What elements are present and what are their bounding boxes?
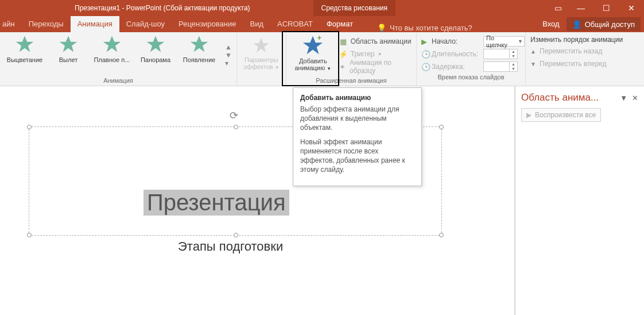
delay-label: Задержка: — [432, 63, 481, 71]
painter-icon: ✦ — [339, 63, 347, 71]
pane-dropdown-icon[interactable]: ▼ — [620, 94, 627, 102]
trigger-icon: ⚡ — [339, 50, 348, 59]
tooltip-title: Добавить анимацию — [300, 94, 414, 102]
anim-appear[interactable]: Появление — [179, 34, 219, 76]
timing-group: ▶ Начало: По щелчку ▼ 🕒 Длительность: ▲▼… — [417, 32, 526, 86]
tab-transitions[interactable]: Переходы — [22, 16, 71, 32]
delay-icon: 🕒 — [421, 63, 429, 71]
svg-marker-1 — [60, 36, 77, 52]
advanced-animation-group: + Добавитьанимацию ▼ ▦ Область анимации … — [286, 32, 417, 86]
start-label: Начало: — [432, 37, 481, 45]
trigger-button[interactable]: ⚡ Триггер ▼ — [339, 48, 412, 60]
tooltip-p2: Новый эффект анимации применяется после … — [300, 137, 414, 175]
advanced-animation-group-label: Расширенная анимация — [291, 76, 412, 86]
share-label: Общий доступ — [585, 20, 635, 29]
animation-pane-title: Область анима... — [521, 92, 599, 103]
tab-clipped[interactable]: айн — [0, 16, 22, 32]
slide-canvas[interactable]: ⟳ Презентация Этапы подготовки — [0, 86, 515, 315]
animation-group-label: Анимация — [5, 76, 232, 86]
timing-group-label: Время показа слайдов — [421, 72, 521, 82]
svg-marker-0 — [16, 36, 34, 52]
svg-marker-4 — [191, 36, 208, 52]
effect-options-group: Параметрыэффектов ▼ — [237, 32, 286, 86]
anim-floatin[interactable]: Плавное п... — [92, 34, 132, 76]
add-animation-button[interactable]: + Добавитьанимацию ▼ — [291, 34, 335, 76]
anim-split[interactable]: Панорама — [135, 34, 176, 76]
share-icon: 👤 — [572, 20, 581, 29]
star-icon — [102, 34, 122, 54]
tab-row: айн Переходы Анимация Слайд-шоу Рецензир… — [0, 16, 644, 32]
svg-text:+: + — [317, 34, 322, 42]
anim-flyin[interactable]: Вылет — [48, 34, 88, 76]
anim-fade[interactable]: Выцветание — [5, 34, 45, 76]
tooltip-p1: Выбор эффекта анимации для добавления к … — [300, 105, 414, 133]
ribbon: Выцветание Вылет Плавное п... Панорама П… — [0, 32, 644, 86]
svg-marker-3 — [147, 36, 165, 52]
window-title: Презентация1 - PowerPoint (Сбой активаци… — [75, 4, 250, 12]
tab-slideshow[interactable]: Слайд-шоу — [119, 16, 172, 32]
move-earlier-button[interactable]: ▲ Переместить назад — [530, 45, 639, 57]
add-animation-star-icon: + — [302, 34, 324, 56]
chevron-down-icon: ▼ — [518, 39, 523, 44]
close-button[interactable]: ✕ — [619, 0, 644, 16]
pane-close-icon[interactable]: ✕ — [632, 94, 638, 102]
add-animation-tooltip: Добавить анимацию Выбор эффекта анимации… — [293, 87, 422, 186]
gallery-down-icon[interactable]: ▼ — [225, 51, 232, 59]
tab-format[interactable]: Формат — [320, 16, 360, 32]
minimize-button[interactable]: — — [568, 0, 593, 16]
gallery-more-icon[interactable]: ▾ — [225, 59, 232, 67]
start-play-icon: ▶ — [421, 37, 429, 46]
reorder-group: Изменить порядок анимации ▲ Переместить … — [526, 32, 644, 86]
sign-in-link[interactable]: Вход — [536, 16, 566, 32]
start-combobox[interactable]: По щелчку ▼ — [483, 36, 525, 47]
tell-me-search[interactable]: 💡 Что вы хотите сделать? — [377, 24, 472, 32]
ribbon-options-icon[interactable]: ▭ — [548, 0, 568, 16]
triangle-up-icon: ▲ — [530, 48, 536, 55]
svg-marker-5 — [254, 38, 269, 52]
tab-review[interactable]: Рецензирование — [172, 16, 243, 32]
gallery-up-icon[interactable]: ▲ — [225, 43, 232, 51]
delay-spinner[interactable]: ▲▼ — [483, 62, 518, 72]
tell-me-placeholder: Что вы хотите сделать? — [390, 24, 472, 32]
maximize-button[interactable]: ☐ — [593, 0, 619, 16]
title-bar: Презентация1 - PowerPoint (Сбой активаци… — [0, 0, 644, 16]
star-icon — [146, 34, 165, 54]
slide-title-text[interactable]: Презентация — [143, 190, 289, 216]
rotation-handle-icon[interactable]: ⟳ — [230, 109, 238, 122]
star-icon — [59, 34, 78, 54]
svg-marker-2 — [103, 36, 121, 52]
tab-view[interactable]: Вид — [243, 16, 270, 32]
play-icon: ▶ — [526, 111, 532, 119]
star-icon — [189, 34, 209, 54]
effect-options-icon — [253, 37, 270, 54]
animation-pane: Область анима... ▼ ✕ ▶ Воспроизвести все — [515, 86, 644, 315]
contextual-tool-label: Средства рисования — [313, 0, 395, 16]
lightbulb-icon: 💡 — [377, 24, 386, 32]
animation-painter-button[interactable]: ✦ Анимация по образцу — [339, 61, 412, 72]
duration-spinner[interactable]: ▲▼ — [483, 49, 518, 59]
share-button[interactable]: 👤 Общий доступ — [567, 17, 641, 31]
pane-icon: ▦ — [339, 37, 348, 46]
tab-animations[interactable]: Анимация — [71, 16, 119, 32]
duration-label: Длительность: — [432, 50, 481, 58]
play-all-button[interactable]: ▶ Воспроизвести все — [521, 108, 601, 122]
animation-gallery-group: Выцветание Вылет Плавное п... Панорама П… — [0, 32, 237, 86]
duration-icon: 🕒 — [421, 50, 429, 59]
animation-pane-button[interactable]: ▦ Область анимации — [339, 36, 412, 47]
slide-subtitle-text[interactable]: Этапы подготовки — [178, 239, 283, 253]
effect-options-button: Параметрыэффектов ▼ — [242, 34, 281, 76]
tab-acrobat[interactable]: ACROBAT — [270, 16, 320, 32]
triangle-down-icon: ▼ — [530, 61, 536, 67]
move-later-button[interactable]: ▼ Переместить вперед — [530, 58, 639, 70]
reorder-title: Изменить порядок анимации — [530, 36, 639, 44]
star-icon — [15, 34, 34, 54]
